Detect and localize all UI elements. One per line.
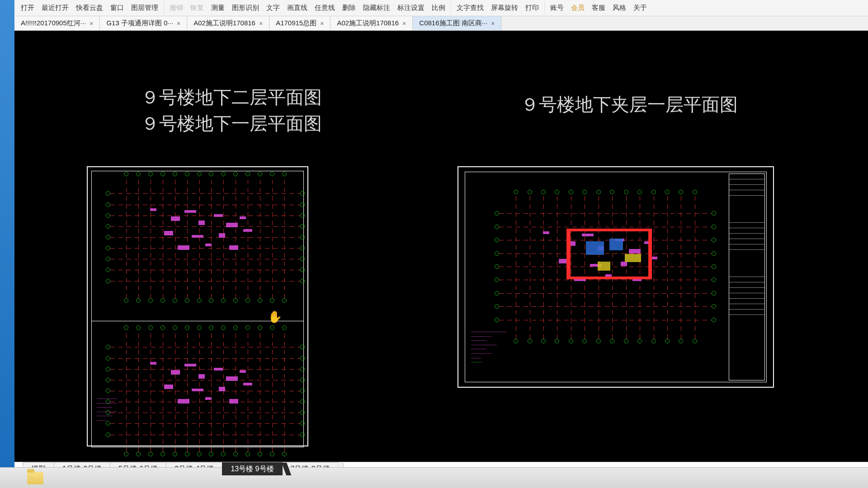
cad-viewer-app: 打开最近打开快看云盘窗口图层管理撤销恢复测量图形识别文字画直线任意线删除隐藏标注… [14, 0, 868, 488]
file-tab[interactable]: A02施工说明170816× [330, 16, 413, 30]
file-tab[interactable]: A170915总图× [269, 16, 330, 30]
toolbar-打印[interactable]: 打印 [522, 0, 542, 16]
file-tab[interactable]: A!!!!!!20170905红河···× [14, 16, 100, 30]
toolbar-删除[interactable]: 删除 [339, 0, 359, 16]
close-icon[interactable]: × [320, 20, 324, 27]
toolbar-窗口[interactable]: 窗口 [107, 0, 127, 16]
toolbar-标注设置[interactable]: 标注设置 [394, 0, 428, 16]
file-tab[interactable]: C0816施工图 南区商···× [413, 16, 501, 30]
toolbar-账号[interactable]: 账号 [547, 0, 567, 16]
sheet-frame-left: ──────────────────────────────────────── [87, 166, 308, 446]
drawing-title-2: ９号楼地下一层平面图 [141, 111, 322, 136]
toolbar-风格[interactable]: 风格 [609, 0, 630, 16]
toolbar-屏幕旋转[interactable]: 屏幕旋转 [487, 0, 522, 16]
toolbar-任意线[interactable]: 任意线 [311, 0, 339, 16]
toolbar-文字[interactable]: 文字 [263, 0, 283, 16]
file-tab-label: A02施工说明170816 [193, 19, 255, 28]
plan-legend-right: ────────────────────────────────────────… [471, 330, 507, 365]
toolbar-恢复[interactable]: 恢复 [187, 0, 208, 16]
drawing-canvas[interactable]: ９号楼地下二层平面图 ９号楼地下一层平面图 ９号楼地下夹层一层平面图 ─────… [14, 31, 868, 462]
toolbar-关于[interactable]: 关于 [630, 0, 651, 16]
plan-legend-left: ──────────────────────────────────────── [97, 397, 117, 423]
main-toolbar: 打开最近打开快看云盘窗口图层管理撤销恢复测量图形识别文字画直线任意线删除隐藏标注… [14, 0, 868, 16]
close-icon[interactable]: × [177, 20, 180, 27]
toolbar-画直线[interactable]: 画直线 [283, 0, 311, 16]
file-tab[interactable]: A02施工说明170816× [187, 16, 269, 30]
toolbar-会员[interactable]: 会员 [567, 0, 588, 16]
toolbar-图形识别[interactable]: 图形识别 [228, 0, 263, 16]
file-tab[interactable]: G13 子项通用详图 0···× [100, 16, 187, 30]
toolbar-文字查找[interactable]: 文字查找 [453, 0, 487, 16]
file-tab-label: A02施工说明170816 [337, 19, 399, 28]
title-block [729, 174, 765, 380]
toolbar-最近打开[interactable]: 最近打开 [38, 0, 72, 16]
toolbar-撤销[interactable]: 撤销 [166, 0, 187, 16]
explorer-icon[interactable] [27, 472, 43, 484]
windows-taskbar[interactable] [0, 467, 868, 488]
toolbar-比例[interactable]: 比例 [428, 0, 449, 16]
layout-tab[interactable]: 13号楼 9号楼 [222, 462, 282, 475]
close-icon[interactable]: × [402, 20, 406, 27]
toolbar-打开[interactable]: 打开 [17, 0, 38, 16]
close-icon[interactable]: × [491, 20, 495, 27]
toolbar-客服[interactable]: 客服 [588, 0, 609, 16]
drawing-title-3: ９号楼地下夹层一层平面图 [521, 92, 738, 117]
file-tab-strip: A!!!!!!20170905红河···×G13 子项通用详图 0···×A02… [14, 16, 868, 31]
drawing-title-1: ９号楼地下二层平面图 [141, 85, 322, 110]
close-icon[interactable]: × [90, 20, 93, 27]
toolbar-隐藏标注[interactable]: 隐藏标注 [359, 0, 394, 16]
toolbar-测量[interactable]: 测量 [208, 0, 228, 16]
file-tab-label: A170915总图 [276, 19, 316, 28]
toolbar-快看云盘[interactable]: 快看云盘 [72, 0, 107, 16]
toolbar-图层管理[interactable]: 图层管理 [127, 0, 162, 16]
file-tab-label: C0816施工图 南区商··· [419, 19, 487, 28]
file-tab-label: G13 子项通用详图 0··· [106, 19, 173, 28]
sheet-frame-right: ────────────────────────────────────────… [458, 166, 774, 388]
close-icon[interactable]: × [259, 20, 263, 27]
file-tab-label: A!!!!!!20170905红河··· [21, 19, 86, 28]
